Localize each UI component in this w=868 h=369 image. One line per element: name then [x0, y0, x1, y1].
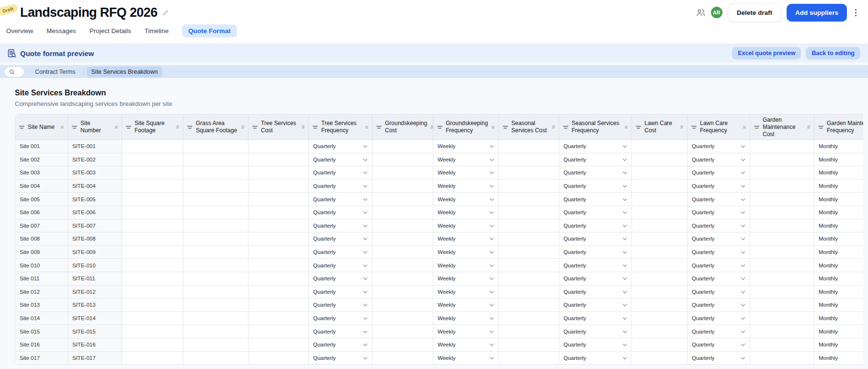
tab-project-details[interactable]: Project Details: [90, 24, 131, 37]
column-header-seasonal-services-frequency[interactable]: Seasonal Services Frequency≡: [559, 115, 632, 140]
cell-garden-maintenance-frequency[interactable]: Monthly: [814, 166, 864, 180]
cell-groundskeeping-cost[interactable]: [372, 166, 433, 180]
column-header-groundskeeping-frequency[interactable]: Groundskeeping Frequency≡: [433, 115, 499, 140]
add-suppliers-button[interactable]: Add suppliers: [787, 4, 847, 22]
cell-seasonal-services-cost[interactable]: [499, 219, 559, 232]
cell-lawn-care-cost[interactable]: [632, 219, 688, 232]
cell-garden-maintenance-cost[interactable]: [750, 245, 814, 259]
cell-site-square-footage[interactable]: [122, 311, 183, 325]
cell-tree-services-cost[interactable]: [248, 179, 309, 193]
cell-grass-area-square-footage[interactable]: [183, 311, 248, 325]
cell-garden-maintenance-frequency[interactable]: Monthly: [814, 285, 864, 299]
cell-tree-services-frequency[interactable]: Quarterly: [309, 338, 372, 351]
cell-lawn-care-cost[interactable]: [632, 193, 688, 206]
cell-garden-maintenance-frequency[interactable]: Monthly: [814, 153, 864, 166]
cell-tree-services-frequency[interactable]: Quarterly: [309, 285, 372, 299]
cell-groundskeeping-frequency[interactable]: Weekly: [433, 351, 499, 365]
cell-seasonal-services-cost[interactable]: [499, 338, 559, 351]
cell-seasonal-services-cost[interactable]: [499, 166, 559, 180]
cell-tree-services-cost[interactable]: [248, 311, 309, 325]
cell-groundskeeping-frequency[interactable]: Weekly: [433, 153, 499, 166]
cell-lawn-care-cost[interactable]: [632, 259, 688, 272]
column-header-groundskeeping-cost[interactable]: Groundskeeping Cost#: [372, 115, 433, 140]
cell-grass-area-square-footage[interactable]: [183, 206, 248, 219]
cell-tree-services-cost[interactable]: [248, 232, 309, 246]
cell-tree-services-cost[interactable]: [248, 351, 309, 365]
sheet-tab-site-services-breakdown[interactable]: Site Services Breakdown: [87, 67, 163, 77]
cell-groundskeeping-cost[interactable]: [372, 232, 433, 246]
cell-site-square-footage[interactable]: [122, 140, 183, 153]
cell-seasonal-services-cost[interactable]: [499, 325, 559, 338]
cell-garden-maintenance-frequency[interactable]: Monthly: [814, 193, 864, 206]
cell-tree-services-cost[interactable]: [248, 325, 309, 338]
column-header-tree-services-cost[interactable]: Tree Services Cost#: [248, 115, 309, 140]
cell-site-square-footage[interactable]: [122, 232, 183, 246]
cell-garden-maintenance-frequency[interactable]: Monthly: [814, 351, 864, 365]
cell-garden-maintenance-cost[interactable]: [750, 206, 814, 219]
column-header-site-square-footage[interactable]: Site Square Footage#: [122, 115, 183, 140]
cell-garden-maintenance-cost[interactable]: [750, 299, 814, 312]
cell-lawn-care-cost[interactable]: [632, 272, 688, 285]
cell-tree-services-frequency[interactable]: Quarterly: [309, 193, 372, 206]
cell-groundskeeping-frequency[interactable]: Weekly: [433, 245, 499, 259]
cell-seasonal-services-cost[interactable]: [499, 272, 559, 285]
cell-lawn-care-frequency[interactable]: Quarterly: [688, 325, 750, 338]
filter-icon[interactable]: [691, 125, 697, 129]
cell-groundskeeping-cost[interactable]: [372, 179, 433, 193]
cell-tree-services-frequency[interactable]: Quarterly: [309, 179, 372, 193]
filter-icon[interactable]: [636, 125, 641, 129]
cell-seasonal-services-cost[interactable]: [499, 245, 559, 259]
kebab-menu-icon[interactable]: [852, 7, 859, 18]
cell-garden-maintenance-cost[interactable]: [750, 166, 814, 180]
cell-tree-services-cost[interactable]: [248, 272, 309, 285]
cell-seasonal-services-frequency[interactable]: Quarterly: [559, 311, 632, 325]
cell-seasonal-services-frequency[interactable]: Quarterly: [559, 219, 632, 232]
tab-quote-format[interactable]: Quote Format: [182, 24, 237, 37]
cell-tree-services-cost[interactable]: [248, 285, 309, 299]
cell-garden-maintenance-cost[interactable]: [750, 179, 814, 193]
cell-lawn-care-cost[interactable]: [632, 140, 688, 153]
cell-site-square-footage[interactable]: [122, 351, 183, 365]
column-header-site-name[interactable]: Site Name≡: [15, 115, 68, 140]
cell-groundskeeping-frequency[interactable]: Weekly: [433, 206, 499, 219]
avatar[interactable]: AR: [711, 7, 722, 18]
cell-tree-services-frequency[interactable]: Quarterly: [309, 166, 372, 180]
cell-groundskeeping-cost[interactable]: [372, 272, 433, 285]
cell-seasonal-services-frequency[interactable]: Quarterly: [559, 166, 632, 180]
cell-garden-maintenance-cost[interactable]: [750, 311, 814, 325]
cell-tree-services-cost[interactable]: [248, 338, 309, 351]
cell-groundskeeping-cost[interactable]: [372, 259, 433, 272]
cell-groundskeeping-frequency[interactable]: Weekly: [433, 179, 499, 193]
cell-groundskeeping-frequency[interactable]: Weekly: [433, 193, 499, 206]
cell-groundskeeping-cost[interactable]: [372, 206, 433, 219]
cell-seasonal-services-cost[interactable]: [499, 153, 559, 166]
cell-groundskeeping-cost[interactable]: [372, 351, 433, 365]
cell-groundskeeping-cost[interactable]: [372, 193, 433, 206]
cell-grass-area-square-footage[interactable]: [183, 338, 248, 351]
cell-lawn-care-cost[interactable]: [632, 166, 688, 180]
cell-site-square-footage[interactable]: [122, 219, 183, 232]
sheet-search[interactable]: [5, 67, 24, 77]
cell-garden-maintenance-cost[interactable]: [750, 272, 814, 285]
cell-seasonal-services-frequency[interactable]: Quarterly: [559, 338, 632, 351]
cell-lawn-care-frequency[interactable]: Quarterly: [688, 193, 750, 206]
cell-garden-maintenance-frequency[interactable]: Monthly: [814, 219, 864, 232]
cell-seasonal-services-frequency[interactable]: Quarterly: [559, 259, 632, 272]
cell-garden-maintenance-cost[interactable]: [750, 338, 814, 351]
cell-groundskeeping-frequency[interactable]: Weekly: [433, 299, 499, 312]
cell-garden-maintenance-cost[interactable]: [750, 140, 814, 153]
column-header-garden-maintenance-cost[interactable]: Garden Maintenance Cost#: [750, 115, 814, 140]
cell-seasonal-services-frequency[interactable]: Quarterly: [559, 140, 632, 153]
cell-tree-services-frequency[interactable]: Quarterly: [309, 299, 372, 312]
cell-lawn-care-cost[interactable]: [632, 245, 688, 259]
cell-seasonal-services-cost[interactable]: [499, 259, 559, 272]
column-header-garden-maintenance-frequency[interactable]: Garden Maintenance Frequency≡: [814, 115, 864, 140]
cell-seasonal-services-cost[interactable]: [499, 299, 559, 312]
filter-icon[interactable]: [126, 125, 131, 129]
filter-icon[interactable]: [252, 125, 258, 129]
cell-lawn-care-cost[interactable]: [632, 351, 688, 365]
cell-grass-area-square-footage[interactable]: [183, 299, 248, 312]
cell-garden-maintenance-frequency[interactable]: Monthly: [814, 140, 864, 153]
cell-tree-services-cost[interactable]: [248, 153, 309, 166]
cell-grass-area-square-footage[interactable]: [183, 272, 248, 285]
